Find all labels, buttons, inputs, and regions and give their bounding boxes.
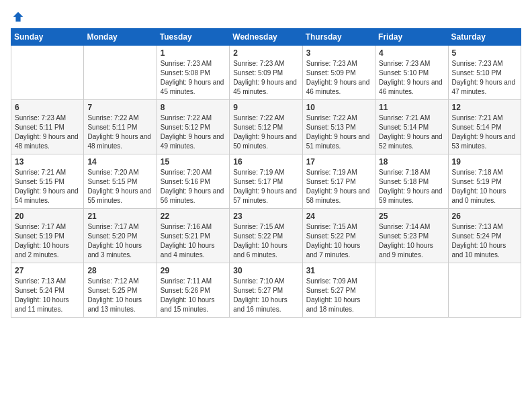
day-info: Sunrise: 7:23 AM Sunset: 5:08 PM Dayligh… <box>161 59 226 97</box>
day-number: 29 <box>161 266 226 275</box>
day-number: 13 <box>15 157 80 167</box>
day-number: 9 <box>233 103 298 112</box>
day-info: Sunrise: 7:17 AM Sunset: 5:19 PM Dayligh… <box>15 222 80 260</box>
calendar-cell: 21Sunrise: 7:17 AM Sunset: 5:20 PM Dayli… <box>84 209 157 263</box>
calendar-cell: 14Sunrise: 7:20 AM Sunset: 5:15 PM Dayli… <box>84 154 157 209</box>
calendar-cell: 16Sunrise: 7:19 AM Sunset: 5:17 PM Dayli… <box>230 154 302 209</box>
day-info: Sunrise: 7:14 AM Sunset: 5:23 PM Dayligh… <box>379 222 444 260</box>
calendar-cell: 12Sunrise: 7:21 AM Sunset: 5:14 PM Dayli… <box>448 100 521 154</box>
day-info: Sunrise: 7:13 AM Sunset: 5:24 PM Dayligh… <box>15 277 80 314</box>
day-info: Sunrise: 7:12 AM Sunset: 5:25 PM Dayligh… <box>87 277 152 314</box>
page-header <box>11 11 521 23</box>
day-info: Sunrise: 7:18 AM Sunset: 5:18 PM Dayligh… <box>379 168 444 205</box>
weekday-header-cell: Thursday <box>302 29 375 46</box>
day-info: Sunrise: 7:22 AM Sunset: 5:12 PM Dayligh… <box>161 113 226 151</box>
day-info: Sunrise: 7:23 AM Sunset: 5:09 PM Dayligh… <box>306 59 371 97</box>
calendar-cell: 4Sunrise: 7:23 AM Sunset: 5:10 PM Daylig… <box>375 46 448 100</box>
day-info: Sunrise: 7:13 AM Sunset: 5:24 PM Dayligh… <box>452 222 517 260</box>
calendar-cell: 1Sunrise: 7:23 AM Sunset: 5:08 PM Daylig… <box>157 46 229 100</box>
day-info: Sunrise: 7:15 AM Sunset: 5:22 PM Dayligh… <box>233 222 298 260</box>
calendar-cell: 17Sunrise: 7:19 AM Sunset: 5:17 PM Dayli… <box>302 154 375 209</box>
day-number: 3 <box>306 48 371 58</box>
day-info: Sunrise: 7:23 AM Sunset: 5:10 PM Dayligh… <box>379 59 444 97</box>
day-number: 6 <box>15 103 80 112</box>
weekday-header-row: SundayMondayTuesdayWednesdayThursdayFrid… <box>11 29 521 46</box>
day-info: Sunrise: 7:20 AM Sunset: 5:15 PM Dayligh… <box>87 168 152 205</box>
calendar-cell: 3Sunrise: 7:23 AM Sunset: 5:09 PM Daylig… <box>302 46 375 100</box>
day-info: Sunrise: 7:21 AM Sunset: 5:15 PM Dayligh… <box>15 168 80 205</box>
svg-marker-0 <box>13 12 23 21</box>
calendar-week-row: 1Sunrise: 7:23 AM Sunset: 5:08 PM Daylig… <box>11 46 521 100</box>
calendar-cell: 31Sunrise: 7:09 AM Sunset: 5:27 PM Dayli… <box>302 263 375 318</box>
day-number: 26 <box>452 212 517 221</box>
calendar-cell: 6Sunrise: 7:23 AM Sunset: 5:11 PM Daylig… <box>11 100 84 154</box>
calendar-cell: 8Sunrise: 7:22 AM Sunset: 5:12 PM Daylig… <box>157 100 229 154</box>
day-number: 1 <box>161 48 226 58</box>
calendar-week-row: 13Sunrise: 7:21 AM Sunset: 5:15 PM Dayli… <box>11 154 521 209</box>
day-info: Sunrise: 7:19 AM Sunset: 5:17 PM Dayligh… <box>233 168 298 205</box>
day-number: 23 <box>233 212 298 221</box>
calendar-cell <box>11 46 84 100</box>
calendar-cell: 25Sunrise: 7:14 AM Sunset: 5:23 PM Dayli… <box>375 209 448 263</box>
day-number: 16 <box>233 157 298 167</box>
day-number: 4 <box>379 48 444 58</box>
calendar-cell <box>84 46 157 100</box>
day-info: Sunrise: 7:23 AM Sunset: 5:09 PM Dayligh… <box>233 59 298 97</box>
day-number: 2 <box>233 48 298 58</box>
calendar-cell: 10Sunrise: 7:22 AM Sunset: 5:13 PM Dayli… <box>302 100 375 154</box>
logo-icon <box>12 11 24 23</box>
day-info: Sunrise: 7:20 AM Sunset: 5:16 PM Dayligh… <box>161 168 226 205</box>
day-number: 21 <box>87 212 152 221</box>
calendar: SundayMondayTuesdayWednesdayThursdayFrid… <box>11 28 521 318</box>
day-number: 10 <box>306 103 371 112</box>
weekday-header-cell: Saturday <box>448 29 521 46</box>
day-info: Sunrise: 7:22 AM Sunset: 5:11 PM Dayligh… <box>87 113 152 151</box>
calendar-cell: 24Sunrise: 7:15 AM Sunset: 5:22 PM Dayli… <box>302 209 375 263</box>
day-info: Sunrise: 7:23 AM Sunset: 5:11 PM Dayligh… <box>15 113 80 151</box>
calendar-cell: 28Sunrise: 7:12 AM Sunset: 5:25 PM Dayli… <box>84 263 157 318</box>
calendar-cell: 30Sunrise: 7:10 AM Sunset: 5:27 PM Dayli… <box>230 263 302 318</box>
weekday-header-cell: Sunday <box>11 29 84 46</box>
day-info: Sunrise: 7:19 AM Sunset: 5:17 PM Dayligh… <box>306 168 371 205</box>
day-info: Sunrise: 7:21 AM Sunset: 5:14 PM Dayligh… <box>452 113 517 151</box>
day-info: Sunrise: 7:17 AM Sunset: 5:20 PM Dayligh… <box>87 222 152 260</box>
day-info: Sunrise: 7:22 AM Sunset: 5:12 PM Dayligh… <box>233 113 298 151</box>
calendar-body: 1Sunrise: 7:23 AM Sunset: 5:08 PM Daylig… <box>11 46 521 318</box>
calendar-cell: 11Sunrise: 7:21 AM Sunset: 5:14 PM Dayli… <box>375 100 448 154</box>
day-number: 19 <box>452 157 517 167</box>
calendar-cell: 7Sunrise: 7:22 AM Sunset: 5:11 PM Daylig… <box>84 100 157 154</box>
day-info: Sunrise: 7:11 AM Sunset: 5:26 PM Dayligh… <box>161 277 226 314</box>
day-number: 31 <box>306 266 371 275</box>
calendar-cell: 22Sunrise: 7:16 AM Sunset: 5:21 PM Dayli… <box>157 209 229 263</box>
day-number: 20 <box>15 212 80 221</box>
weekday-header-cell: Wednesday <box>230 29 302 46</box>
day-number: 11 <box>379 103 444 112</box>
day-info: Sunrise: 7:09 AM Sunset: 5:27 PM Dayligh… <box>306 277 371 314</box>
day-info: Sunrise: 7:21 AM Sunset: 5:14 PM Dayligh… <box>379 113 444 151</box>
weekday-header-cell: Friday <box>375 29 448 46</box>
calendar-cell: 18Sunrise: 7:18 AM Sunset: 5:18 PM Dayli… <box>375 154 448 209</box>
calendar-week-row: 6Sunrise: 7:23 AM Sunset: 5:11 PM Daylig… <box>11 100 521 154</box>
calendar-cell: 27Sunrise: 7:13 AM Sunset: 5:24 PM Dayli… <box>11 263 84 318</box>
day-number: 5 <box>452 48 517 58</box>
logo <box>11 11 24 23</box>
day-info: Sunrise: 7:10 AM Sunset: 5:27 PM Dayligh… <box>233 277 298 314</box>
calendar-cell: 15Sunrise: 7:20 AM Sunset: 5:16 PM Dayli… <box>157 154 229 209</box>
day-number: 22 <box>161 212 226 221</box>
calendar-cell: 20Sunrise: 7:17 AM Sunset: 5:19 PM Dayli… <box>11 209 84 263</box>
day-number: 30 <box>233 266 298 275</box>
day-number: 14 <box>87 157 152 167</box>
day-number: 7 <box>87 103 152 112</box>
calendar-cell: 23Sunrise: 7:15 AM Sunset: 5:22 PM Dayli… <box>230 209 302 263</box>
calendar-cell <box>375 263 448 318</box>
day-number: 8 <box>161 103 226 112</box>
day-info: Sunrise: 7:18 AM Sunset: 5:19 PM Dayligh… <box>452 168 517 205</box>
day-number: 17 <box>306 157 371 167</box>
day-info: Sunrise: 7:23 AM Sunset: 5:10 PM Dayligh… <box>452 59 517 97</box>
day-number: 12 <box>452 103 517 112</box>
calendar-week-row: 27Sunrise: 7:13 AM Sunset: 5:24 PM Dayli… <box>11 263 521 318</box>
calendar-cell: 19Sunrise: 7:18 AM Sunset: 5:19 PM Dayli… <box>448 154 521 209</box>
day-number: 18 <box>379 157 444 167</box>
calendar-cell: 13Sunrise: 7:21 AM Sunset: 5:15 PM Dayli… <box>11 154 84 209</box>
calendar-week-row: 20Sunrise: 7:17 AM Sunset: 5:19 PM Dayli… <box>11 209 521 263</box>
